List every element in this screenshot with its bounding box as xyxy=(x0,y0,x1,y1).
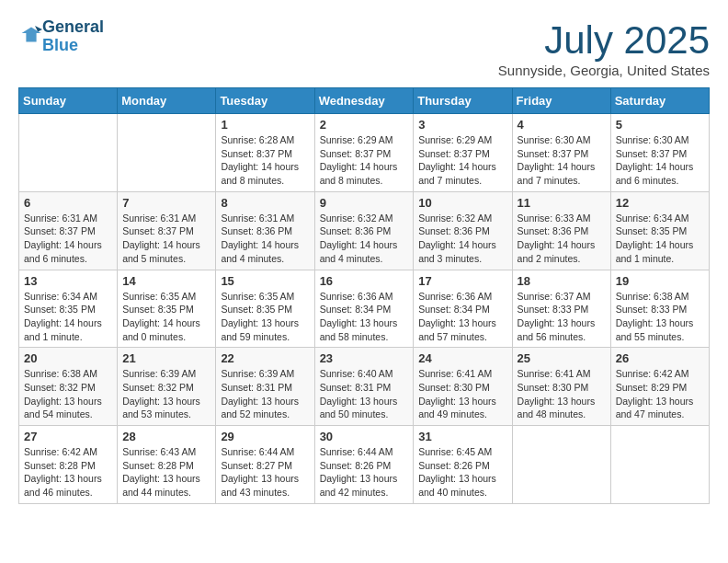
day-info: Sunrise: 6:39 AMSunset: 8:31 PMDaylight:… xyxy=(221,367,309,421)
calendar-table: SundayMondayTuesdayWednesdayThursdayFrid… xyxy=(18,87,710,504)
day-number: 4 xyxy=(518,118,606,132)
day-number: 12 xyxy=(616,196,704,210)
day-number: 16 xyxy=(320,274,409,288)
day-info: Sunrise: 6:42 AMSunset: 8:29 PMDaylight:… xyxy=(616,367,704,421)
page-header: General Blue July 2025 Sunnyside, Georgi… xyxy=(18,18,710,78)
calendar-cell: 4Sunrise: 6:30 AMSunset: 8:37 PMDaylight… xyxy=(512,114,610,192)
day-info: Sunrise: 6:42 AMSunset: 8:28 PMDaylight:… xyxy=(24,445,112,500)
day-number: 13 xyxy=(24,274,112,288)
day-info: Sunrise: 6:35 AMSunset: 8:35 PMDaylight:… xyxy=(221,290,309,344)
day-number: 28 xyxy=(122,430,210,443)
calendar-cell: 9Sunrise: 6:32 AMSunset: 8:36 PMDaylight… xyxy=(314,191,414,270)
calendar-cell: 26Sunrise: 6:42 AMSunset: 8:29 PMDayligh… xyxy=(610,348,709,426)
logo-line2: Blue xyxy=(42,37,104,55)
calendar-cell: 27Sunrise: 6:42 AMSunset: 8:28 PMDayligh… xyxy=(19,426,118,504)
day-info: Sunrise: 6:32 AMSunset: 8:36 PMDaylight:… xyxy=(418,212,506,266)
logo-icon xyxy=(20,26,42,44)
weekday-header: Friday xyxy=(512,88,610,114)
day-info: Sunrise: 6:38 AMSunset: 8:32 PMDaylight:… xyxy=(24,367,112,421)
day-number: 25 xyxy=(518,351,606,365)
logo-text: General Blue xyxy=(42,18,104,55)
calendar-cell: 14Sunrise: 6:35 AMSunset: 8:35 PMDayligh… xyxy=(118,270,216,348)
day-info: Sunrise: 6:40 AMSunset: 8:31 PMDaylight:… xyxy=(320,367,409,421)
weekday-header: Sunday xyxy=(19,88,118,114)
day-number: 17 xyxy=(418,274,506,288)
calendar-cell: 17Sunrise: 6:36 AMSunset: 8:34 PMDayligh… xyxy=(414,270,512,348)
day-number: 15 xyxy=(221,274,309,288)
weekday-header: Monday xyxy=(118,88,216,114)
calendar-cell: 30Sunrise: 6:44 AMSunset: 8:26 PMDayligh… xyxy=(314,426,414,504)
calendar-week-row: 13Sunrise: 6:34 AMSunset: 8:35 PMDayligh… xyxy=(19,270,710,348)
weekday-header: Wednesday xyxy=(314,88,414,114)
day-number: 19 xyxy=(616,274,704,288)
logo-line1: General xyxy=(42,18,104,37)
day-info: Sunrise: 6:45 AMSunset: 8:26 PMDaylight:… xyxy=(418,445,506,500)
calendar-cell: 3Sunrise: 6:29 AMSunset: 8:37 PMDaylight… xyxy=(414,114,512,192)
calendar-cell: 6Sunrise: 6:31 AMSunset: 8:37 PMDaylight… xyxy=(19,191,118,270)
day-info: Sunrise: 6:44 AMSunset: 8:26 PMDaylight:… xyxy=(320,445,409,500)
day-number: 29 xyxy=(221,430,309,443)
calendar-cell: 21Sunrise: 6:39 AMSunset: 8:32 PMDayligh… xyxy=(118,348,216,426)
day-number: 24 xyxy=(418,351,506,365)
calendar-cell: 20Sunrise: 6:38 AMSunset: 8:32 PMDayligh… xyxy=(19,348,118,426)
day-number: 7 xyxy=(122,196,210,210)
calendar-cell: 22Sunrise: 6:39 AMSunset: 8:31 PMDayligh… xyxy=(216,348,314,426)
day-info: Sunrise: 6:30 AMSunset: 8:37 PMDaylight:… xyxy=(616,133,704,188)
month-year-title: July 2025 xyxy=(498,18,710,63)
day-number: 31 xyxy=(418,430,506,443)
calendar-cell: 2Sunrise: 6:29 AMSunset: 8:37 PMDaylight… xyxy=(314,114,414,192)
location-label: Sunnyside, Georgia, United States xyxy=(498,63,710,78)
day-number: 8 xyxy=(221,196,309,210)
calendar-cell: 10Sunrise: 6:32 AMSunset: 8:36 PMDayligh… xyxy=(414,191,512,270)
calendar-cell: 31Sunrise: 6:45 AMSunset: 8:26 PMDayligh… xyxy=(414,426,512,504)
weekday-header: Tuesday xyxy=(216,88,314,114)
day-info: Sunrise: 6:34 AMSunset: 8:35 PMDaylight:… xyxy=(616,212,704,266)
calendar-cell xyxy=(118,114,216,192)
day-info: Sunrise: 6:41 AMSunset: 8:30 PMDaylight:… xyxy=(518,367,606,421)
calendar-cell: 24Sunrise: 6:41 AMSunset: 8:30 PMDayligh… xyxy=(414,348,512,426)
day-info: Sunrise: 6:29 AMSunset: 8:37 PMDaylight:… xyxy=(418,133,506,188)
day-number: 30 xyxy=(320,430,409,443)
day-info: Sunrise: 6:38 AMSunset: 8:33 PMDaylight:… xyxy=(616,290,704,344)
calendar-cell: 1Sunrise: 6:28 AMSunset: 8:37 PMDaylight… xyxy=(216,114,314,192)
calendar-cell: 15Sunrise: 6:35 AMSunset: 8:35 PMDayligh… xyxy=(216,270,314,348)
calendar-cell: 29Sunrise: 6:44 AMSunset: 8:27 PMDayligh… xyxy=(216,426,314,504)
calendar-cell: 16Sunrise: 6:36 AMSunset: 8:34 PMDayligh… xyxy=(314,270,414,348)
calendar-cell: 7Sunrise: 6:31 AMSunset: 8:37 PMDaylight… xyxy=(118,191,216,270)
day-info: Sunrise: 6:39 AMSunset: 8:32 PMDaylight:… xyxy=(122,367,210,421)
day-info: Sunrise: 6:44 AMSunset: 8:27 PMDaylight:… xyxy=(221,445,309,500)
day-number: 22 xyxy=(221,351,309,365)
day-number: 10 xyxy=(418,196,506,210)
day-info: Sunrise: 6:35 AMSunset: 8:35 PMDaylight:… xyxy=(122,290,210,344)
day-number: 6 xyxy=(24,196,112,210)
day-number: 20 xyxy=(24,351,112,365)
day-info: Sunrise: 6:29 AMSunset: 8:37 PMDaylight:… xyxy=(320,133,409,188)
day-number: 1 xyxy=(221,118,309,132)
calendar-cell xyxy=(512,426,610,504)
day-number: 27 xyxy=(24,430,112,443)
calendar-cell: 25Sunrise: 6:41 AMSunset: 8:30 PMDayligh… xyxy=(512,348,610,426)
calendar-cell xyxy=(19,114,118,192)
day-info: Sunrise: 6:28 AMSunset: 8:37 PMDaylight:… xyxy=(221,133,309,188)
day-number: 14 xyxy=(122,274,210,288)
logo: General Blue xyxy=(18,18,104,55)
day-info: Sunrise: 6:31 AMSunset: 8:37 PMDaylight:… xyxy=(122,212,210,266)
weekday-header: Saturday xyxy=(610,88,709,114)
day-info: Sunrise: 6:33 AMSunset: 8:36 PMDaylight:… xyxy=(518,212,606,266)
calendar-cell: 18Sunrise: 6:37 AMSunset: 8:33 PMDayligh… xyxy=(512,270,610,348)
calendar-cell: 12Sunrise: 6:34 AMSunset: 8:35 PMDayligh… xyxy=(610,191,709,270)
calendar-cell: 5Sunrise: 6:30 AMSunset: 8:37 PMDaylight… xyxy=(610,114,709,192)
day-info: Sunrise: 6:32 AMSunset: 8:36 PMDaylight:… xyxy=(320,212,409,266)
day-info: Sunrise: 6:31 AMSunset: 8:37 PMDaylight:… xyxy=(24,212,112,266)
day-number: 21 xyxy=(122,351,210,365)
calendar-week-row: 1Sunrise: 6:28 AMSunset: 8:37 PMDaylight… xyxy=(19,114,710,192)
day-number: 26 xyxy=(616,351,704,365)
calendar-cell: 23Sunrise: 6:40 AMSunset: 8:31 PMDayligh… xyxy=(314,348,414,426)
day-info: Sunrise: 6:43 AMSunset: 8:28 PMDaylight:… xyxy=(122,445,210,500)
calendar-week-row: 20Sunrise: 6:38 AMSunset: 8:32 PMDayligh… xyxy=(19,348,710,426)
day-number: 9 xyxy=(320,196,409,210)
day-info: Sunrise: 6:30 AMSunset: 8:37 PMDaylight:… xyxy=(518,133,606,188)
calendar-cell: 8Sunrise: 6:31 AMSunset: 8:36 PMDaylight… xyxy=(216,191,314,270)
day-info: Sunrise: 6:34 AMSunset: 8:35 PMDaylight:… xyxy=(24,290,112,344)
calendar-cell: 19Sunrise: 6:38 AMSunset: 8:33 PMDayligh… xyxy=(610,270,709,348)
